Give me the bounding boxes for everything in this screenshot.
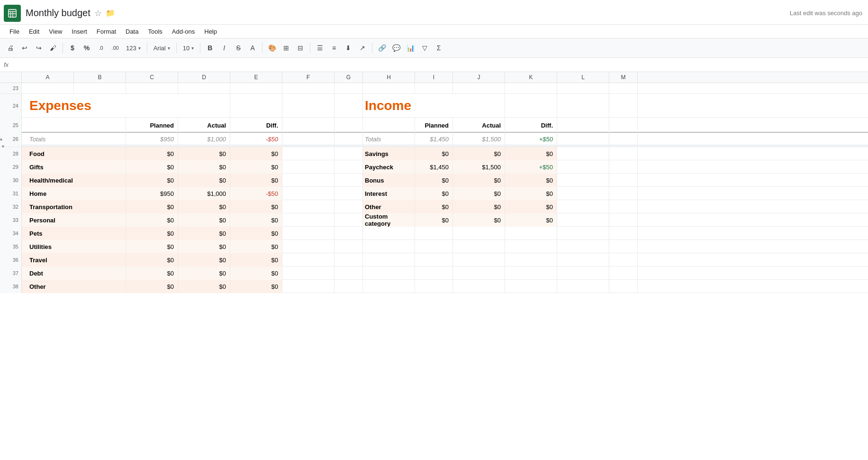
cell-l37[interactable] bbox=[557, 267, 609, 280]
bold-button[interactable]: B bbox=[203, 41, 217, 55]
cell-k36-income-diff[interactable] bbox=[505, 253, 557, 267]
cell-a33-expense-cat[interactable]: Personal bbox=[22, 213, 126, 227]
cell-h30-income-cat[interactable]: Bonus bbox=[363, 174, 415, 187]
cell-b23[interactable] bbox=[74, 83, 126, 93]
cell-a38-expense-cat[interactable]: Other bbox=[22, 280, 126, 293]
cell-j25-actual[interactable]: Actual bbox=[453, 118, 505, 133]
borders-button[interactable]: ⊞ bbox=[280, 41, 293, 55]
formula-input[interactable] bbox=[12, 61, 864, 68]
cell-j23[interactable] bbox=[453, 83, 505, 93]
cell-k33-income-diff[interactable]: $0 bbox=[505, 213, 557, 227]
cell-l32[interactable] bbox=[557, 200, 609, 213]
cell-m30[interactable] bbox=[609, 174, 638, 187]
cell-i23[interactable] bbox=[415, 83, 453, 93]
cell-g30[interactable] bbox=[335, 174, 363, 187]
format-dropdown[interactable]: 123▾ bbox=[123, 41, 144, 55]
cell-g25[interactable] bbox=[335, 118, 363, 133]
col-header-c[interactable]: C bbox=[126, 72, 178, 83]
cell-k25-diff[interactable]: Diff. bbox=[505, 118, 557, 133]
cell-d29-expense-actual[interactable]: $0 bbox=[178, 160, 230, 174]
align-left-button[interactable]: ☰ bbox=[313, 41, 326, 55]
cell-c38-expense-planned[interactable]: $0 bbox=[126, 280, 178, 293]
cell-g32[interactable] bbox=[335, 200, 363, 213]
cell-i35-income-planned[interactable] bbox=[415, 240, 453, 253]
cell-h34-income-cat[interactable] bbox=[363, 227, 415, 240]
fontsize-dropdown[interactable]: 10▾ bbox=[180, 41, 197, 55]
cell-h35-income-cat[interactable] bbox=[363, 240, 415, 253]
cell-l29[interactable] bbox=[557, 160, 609, 174]
cell-k29-income-diff[interactable]: +$50 bbox=[505, 160, 557, 174]
cell-d26-actual[interactable]: $1,000 bbox=[178, 133, 230, 145]
cell-l30[interactable] bbox=[557, 174, 609, 187]
cell-c37-expense-planned[interactable]: $0 bbox=[126, 267, 178, 280]
cell-d25-actual[interactable]: Actual bbox=[178, 118, 230, 133]
font-dropdown[interactable]: Arial▾ bbox=[150, 41, 173, 55]
cell-g23[interactable] bbox=[335, 83, 363, 93]
cell-f33[interactable] bbox=[282, 213, 335, 227]
cell-c32-expense-planned[interactable]: $0 bbox=[126, 200, 178, 213]
text-color-button[interactable]: A bbox=[246, 41, 259, 55]
cell-i32-income-planned[interactable]: $0 bbox=[415, 200, 453, 213]
italic-button[interactable]: I bbox=[217, 41, 231, 55]
col-header-j[interactable]: J bbox=[453, 72, 505, 83]
cell-l35[interactable] bbox=[557, 240, 609, 253]
cell-g38[interactable] bbox=[335, 280, 363, 293]
cell-c30-expense-planned[interactable]: $0 bbox=[126, 174, 178, 187]
cell-l38[interactable] bbox=[557, 280, 609, 293]
menu-edit[interactable]: Edit bbox=[25, 27, 43, 37]
cell-h33-income-cat[interactable]: Custom category bbox=[363, 213, 415, 227]
cell-a26-totals[interactable]: Totals bbox=[22, 133, 126, 145]
menu-view[interactable]: View bbox=[45, 27, 66, 37]
cell-m29[interactable] bbox=[609, 160, 638, 174]
cell-a31-expense-cat[interactable]: Home bbox=[22, 187, 126, 200]
cell-g37[interactable] bbox=[335, 267, 363, 280]
cell-l24[interactable] bbox=[557, 94, 609, 118]
cell-h29-income-cat[interactable]: Paycheck bbox=[363, 160, 415, 174]
cell-c23[interactable] bbox=[126, 83, 178, 93]
cell-i37-income-planned[interactable] bbox=[415, 267, 453, 280]
cell-f38[interactable] bbox=[282, 280, 335, 293]
cell-c26-planned[interactable]: $950 bbox=[126, 133, 178, 145]
paint-format-button[interactable]: 🖌 bbox=[46, 41, 60, 55]
cell-f32[interactable] bbox=[282, 200, 335, 213]
cell-e28-expense-diff[interactable]: $0 bbox=[230, 147, 282, 160]
col-header-m[interactable]: M bbox=[609, 72, 638, 83]
cell-f30[interactable] bbox=[282, 174, 335, 187]
cell-l31[interactable] bbox=[557, 187, 609, 200]
col-header-e[interactable]: E bbox=[230, 72, 282, 83]
redo-button[interactable]: ↪ bbox=[32, 41, 45, 55]
functions-button[interactable]: Σ bbox=[432, 41, 445, 55]
merge-button[interactable]: ⊟ bbox=[294, 41, 307, 55]
cell-j34-income-actual[interactable] bbox=[453, 227, 505, 240]
cell-d38-expense-actual[interactable]: $0 bbox=[178, 280, 230, 293]
cell-e38-expense-diff[interactable]: $0 bbox=[230, 280, 282, 293]
cell-d31-expense-actual[interactable]: $1,000 bbox=[178, 187, 230, 200]
cell-f35[interactable] bbox=[282, 240, 335, 253]
cell-l28[interactable] bbox=[557, 147, 609, 160]
cell-i26-planned[interactable]: $1,450 bbox=[415, 133, 453, 145]
text-rotation-button[interactable]: ↗ bbox=[356, 41, 369, 55]
cell-g31[interactable] bbox=[335, 187, 363, 200]
cell-a29-expense-cat[interactable]: Gifts bbox=[22, 160, 126, 174]
cell-k38-income-diff[interactable] bbox=[505, 280, 557, 293]
cell-c33-expense-planned[interactable]: $0 bbox=[126, 213, 178, 227]
cell-h24-income-title[interactable]: Income bbox=[363, 94, 505, 118]
cell-c28-expense-planned[interactable]: $0 bbox=[126, 147, 178, 160]
cell-m23[interactable] bbox=[609, 83, 638, 93]
cell-a32-expense-cat[interactable]: Transportation bbox=[22, 200, 126, 213]
cell-e30-expense-diff[interactable]: $0 bbox=[230, 174, 282, 187]
cell-j38-income-actual[interactable] bbox=[453, 280, 505, 293]
cell-h31-income-cat[interactable]: Interest bbox=[363, 187, 415, 200]
cell-k31-income-diff[interactable]: $0 bbox=[505, 187, 557, 200]
menu-file[interactable]: File bbox=[6, 27, 23, 37]
cell-i34-income-planned[interactable] bbox=[415, 227, 453, 240]
cell-m26[interactable] bbox=[609, 133, 638, 145]
comment-button[interactable]: 💬 bbox=[389, 41, 403, 55]
cell-e32-expense-diff[interactable]: $0 bbox=[230, 200, 282, 213]
cell-j30-income-actual[interactable]: $0 bbox=[453, 174, 505, 187]
menu-addons[interactable]: Add-ons bbox=[168, 27, 199, 37]
cell-h23[interactable] bbox=[363, 83, 415, 93]
cell-m35[interactable] bbox=[609, 240, 638, 253]
menu-format[interactable]: Format bbox=[93, 27, 120, 37]
cell-a25[interactable] bbox=[22, 118, 126, 133]
